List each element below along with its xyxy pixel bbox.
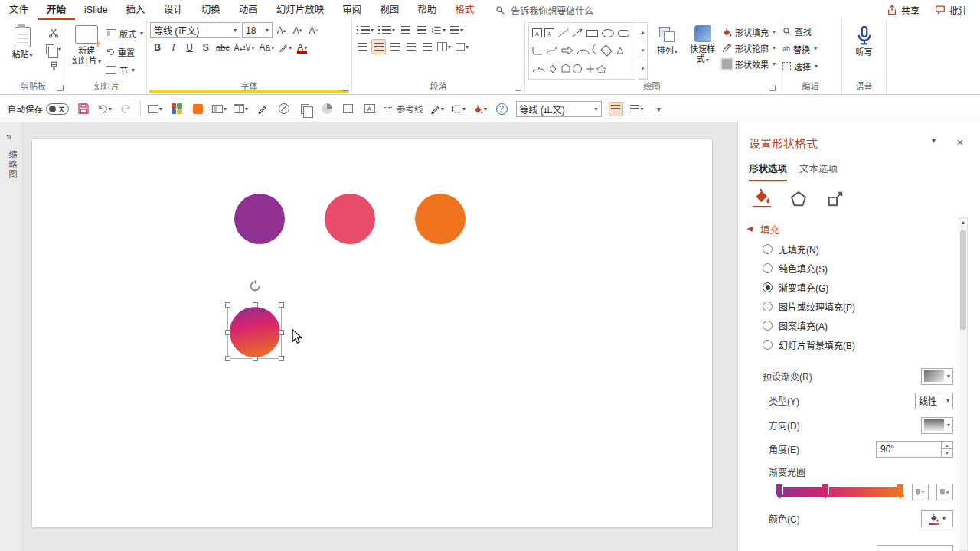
- align-menu-button[interactable]: ▾: [630, 102, 645, 116]
- resize-handle-sw[interactable]: [225, 356, 230, 361]
- paragraph-dialog-launcher[interactable]: [515, 85, 521, 91]
- radio-no-fill[interactable]: 无填充(N): [763, 240, 855, 259]
- no-fill-button[interactable]: [276, 102, 291, 116]
- tab-shape-options[interactable]: 形状选项: [749, 161, 787, 181]
- align-right-button[interactable]: [387, 39, 402, 54]
- selection-box[interactable]: [227, 305, 282, 359]
- spinner-buttons[interactable]: ▴ ▾: [941, 442, 952, 457]
- shape-color-button[interactable]: [191, 102, 205, 116]
- help-button[interactable]: ?: [495, 102, 509, 116]
- shrink-font-button[interactable]: A▾: [290, 23, 305, 38]
- tab-animations[interactable]: 动画: [230, 0, 267, 20]
- autosave-toggle[interactable]: 自动保存 关: [8, 103, 69, 115]
- font-size-combo[interactable]: 18▾: [242, 22, 273, 38]
- radio-background-fill[interactable]: 幻灯片背景填充(B): [763, 335, 855, 354]
- line-spacing-button[interactable]: ▾: [430, 22, 447, 37]
- align-left-button[interactable]: [355, 39, 370, 54]
- new-slide-button[interactable]: 新建幻灯片▾: [70, 22, 103, 80]
- tab-transitions[interactable]: 切换: [192, 0, 230, 20]
- shape-outline-button[interactable]: 形状轮廓▾: [722, 41, 776, 55]
- font-color-button[interactable]: A▾: [295, 40, 309, 55]
- quick-styles-button[interactable]: 快速样式▾: [687, 22, 719, 80]
- pane-menu-button[interactable]: ▾: [932, 136, 936, 145]
- window-layout-button[interactable]: ▾: [212, 102, 227, 116]
- spin-up-icon[interactable]: ▴: [942, 442, 952, 450]
- add-gradient-stop-button[interactable]: +: [912, 484, 929, 500]
- gradient-stop-2-selected[interactable]: [822, 484, 829, 499]
- find-button[interactable]: 查找: [782, 24, 838, 38]
- strikethrough-button[interactable]: abc: [214, 40, 231, 55]
- resize-handle-n[interactable]: [253, 302, 258, 308]
- radio-pattern-fill[interactable]: 图案填充(A): [763, 316, 855, 335]
- quick-font-combo[interactable]: 等线 (正文)▾: [516, 101, 602, 117]
- copy-button[interactable]: ▾: [44, 43, 63, 56]
- tab-view[interactable]: 视图: [371, 0, 408, 20]
- paste-button[interactable]: 粘贴▾: [3, 22, 41, 80]
- pane-close-button[interactable]: ×: [957, 136, 963, 148]
- clipboard-dialog-launcher[interactable]: [57, 85, 64, 91]
- tab-review[interactable]: 审阅: [333, 0, 371, 20]
- gradient-type-dropdown[interactable]: 线性▾: [915, 393, 953, 409]
- grow-font-button[interactable]: A▴: [274, 23, 289, 38]
- guides-button[interactable]: 参考线: [384, 102, 423, 116]
- tell-me-search[interactable]: 告诉我你想要做什么: [495, 0, 593, 20]
- resize-handle-nw[interactable]: [225, 302, 230, 308]
- fill-section-header[interactable]: 填充: [747, 222, 779, 236]
- draw-pen-button[interactable]: [255, 102, 270, 116]
- remove-gradient-stop-button[interactable]: ×: [936, 484, 953, 500]
- gradient-stop-1[interactable]: [776, 484, 783, 499]
- stop-color-dropdown[interactable]: ▾: [921, 510, 953, 527]
- text-direction-button[interactable]: ▾: [449, 22, 465, 37]
- slide-canvas[interactable]: [32, 139, 712, 527]
- underline-button[interactable]: U: [182, 40, 197, 55]
- reset-button[interactable]: 重置: [106, 44, 143, 59]
- character-spacing-button[interactable]: A⇄V▾: [233, 40, 256, 55]
- tab-insert[interactable]: 插入: [117, 0, 155, 20]
- bullets-button[interactable]: ▾: [355, 22, 375, 37]
- tab-file[interactable]: 文件: [0, 0, 38, 20]
- shapes-gallery[interactable]: A A: [528, 22, 635, 80]
- fill-quick-button[interactable]: ▾: [473, 102, 488, 116]
- resize-handle-se[interactable]: [279, 356, 284, 361]
- tab-slideshow[interactable]: 幻灯片放映: [267, 0, 334, 20]
- select-button[interactable]: 选择▾: [782, 59, 838, 73]
- resize-handle-w[interactable]: [225, 330, 230, 335]
- tab-islide[interactable]: iSlide: [75, 0, 117, 20]
- font-name-combo[interactable]: 等线 (正文)▾: [150, 22, 240, 38]
- thumbnail-pane-collapsed[interactable]: » 缩略图: [0, 122, 23, 551]
- autosave-pill[interactable]: 关: [46, 103, 69, 115]
- resize-handle-s[interactable]: [253, 356, 258, 361]
- increase-indent-button[interactable]: [414, 22, 429, 37]
- replace-button[interactable]: ab替换▾: [782, 41, 838, 56]
- section-button[interactable]: 节▾: [106, 63, 143, 77]
- save-button[interactable]: [76, 102, 90, 116]
- size-properties-category-button[interactable]: [825, 191, 845, 207]
- text-shadow-button[interactable]: S: [198, 40, 213, 55]
- new-slide-quick-button[interactable]: ▾: [148, 102, 162, 116]
- bold-button[interactable]: B: [150, 40, 165, 55]
- align-center-button[interactable]: [371, 39, 386, 54]
- clear-formatting-button[interactable]: A×: [306, 23, 321, 38]
- tab-design[interactable]: 设计: [155, 0, 192, 20]
- share-button[interactable]: 共享: [879, 0, 927, 20]
- columns-quick-button[interactable]: [341, 102, 355, 116]
- cut-button[interactable]: [44, 26, 63, 39]
- decrease-indent-button[interactable]: [398, 22, 413, 37]
- clipboard-quick-button[interactable]: [298, 102, 312, 116]
- shape-fill-button[interactable]: 形状填充▾: [722, 24, 776, 39]
- circle-shape-pink[interactable]: [325, 194, 375, 244]
- scrollbar-thumb[interactable]: [960, 230, 966, 330]
- radio-solid-fill[interactable]: 纯色填充(S): [763, 259, 855, 278]
- shape-effects-button[interactable]: 形状效果▾: [722, 57, 776, 71]
- comments-button[interactable]: 批注: [927, 0, 975, 20]
- chart-button[interactable]: [319, 102, 334, 116]
- spin-down-icon[interactable]: ▾: [942, 449, 952, 457]
- theme-colors-button[interactable]: [169, 102, 184, 116]
- tab-home[interactable]: 开始: [38, 0, 75, 20]
- pane-scrollbar[interactable]: ▲: [959, 217, 968, 551]
- circle-shape-purple[interactable]: [234, 194, 285, 244]
- redo-button[interactable]: [119, 102, 133, 116]
- layout-button[interactable]: 版式▾: [106, 26, 143, 41]
- expand-chevron-icon[interactable]: »: [6, 132, 11, 142]
- spacing-quick-button[interactable]: ▾: [452, 102, 466, 116]
